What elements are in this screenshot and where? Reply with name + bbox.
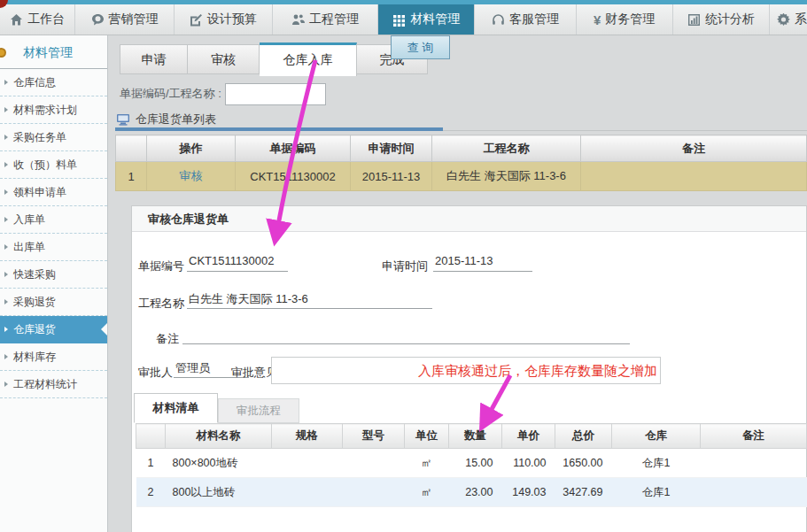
sidebar-item-material-stock[interactable]: 材料库存 (0, 343, 107, 371)
query-button[interactable]: 查 询 (391, 35, 450, 59)
materials-table: 材料名称 规格 型号 单位 数量 单价 总价 仓库 备注 1 800×800地砖 (136, 423, 807, 507)
nav-item-design-budget[interactable]: 设计预算 (175, 4, 273, 35)
nav-item-workbench[interactable]: 工作台 (0, 4, 75, 35)
col-remark: 备注 (701, 424, 807, 449)
panel-title: 审核仓库退货单 (132, 206, 806, 232)
list-divider-accent (115, 127, 443, 131)
nav-item-system[interactable]: 系 (770, 4, 807, 35)
monitor-icon (116, 113, 130, 126)
col-remark: 备注 (581, 135, 807, 162)
sidebar-item-warehouse-return[interactable]: 仓库退货 (0, 316, 107, 343)
material-spec (272, 449, 343, 478)
col-model: 型号 (343, 424, 405, 449)
module-icon (0, 48, 6, 58)
col-project-name: 工程名称 (432, 135, 581, 162)
material-row[interactable]: 1 800×800地砖 ㎡ 15.00 110.00 1650.00 仓库1 (136, 449, 807, 478)
material-price: 110.00 (502, 449, 555, 478)
sidebar-title: 材料管理 (0, 35, 107, 69)
material-qty: 23.00 (449, 478, 502, 507)
top-navigation: 工作台 营销管理 设计预算 工程管理 材料管理 客服管理 ¥ 财务管理 统计分析 (0, 4, 807, 35)
material-unit: ㎡ (405, 478, 449, 507)
sidebar-item-inbound-order[interactable]: 入库单 (0, 206, 107, 234)
material-row[interactable]: 2 800以上地砖 ㎡ 23.00 149.03 3427.69 仓库1 (136, 478, 807, 507)
subtab-approval-flow[interactable]: 审批流程 (218, 398, 299, 423)
row-index: 1 (136, 449, 166, 478)
sidebar-item-purchase-task[interactable]: 采购任务单 (0, 124, 107, 151)
sidebar-item-warehouse-info[interactable]: 仓库信息 (0, 69, 107, 96)
tab-review[interactable]: 审核 (188, 44, 260, 74)
sidebar-item-quick-purchase[interactable]: 快速采购 (0, 261, 107, 289)
main-content: 申请 审核 仓库入库 完成 单据编码/工程名称 : 查 询 仓库退货单列表 操作… (109, 35, 807, 532)
nav-label: 系 (795, 12, 807, 27)
nav-label: 工程管理 (309, 12, 359, 27)
orders-table: 操作 单据编码 申请时间 工程名称 备注 1 审核 CKT1511130002 … (115, 135, 807, 191)
nav-item-marketing[interactable]: 营销管理 (75, 4, 174, 35)
order-no-label: 单据编号 (138, 258, 184, 274)
col-unit: 单位 (405, 424, 449, 449)
material-warehouse: 仓库1 (612, 449, 701, 478)
tab-apply[interactable]: 申请 (120, 44, 188, 74)
col-total: 总价 (555, 424, 612, 449)
tab-warehouse-inbound[interactable]: 仓库入库 (260, 42, 357, 76)
sidebar-item-material-request[interactable]: 领料申请单 (0, 179, 107, 206)
order-no-value[interactable]: CKT1511130002 (187, 254, 288, 272)
approver-label: 审批人 (138, 365, 173, 381)
sidebar-item-project-material-stats[interactable]: 工程材料统计 (0, 371, 107, 398)
material-warehouse: 仓库1 (612, 478, 701, 507)
nav-label: 设计预算 (207, 12, 257, 27)
project-name: 白先生 海天国际 11-3-6 (432, 162, 581, 191)
nav-item-finance[interactable]: ¥ 财务管理 (577, 4, 673, 35)
material-total: 3427.69 (555, 478, 612, 507)
list-title: 仓库退货单列表 (136, 112, 216, 127)
apply-date: 2015-11-13 (351, 162, 432, 191)
sidebar-item-outbound-order[interactable]: 出库单 (0, 234, 107, 261)
sidebar: 材料管理 仓库信息 材料需求计划 采购任务单 收（预）料单 领料申请单 入库单 … (0, 35, 108, 532)
apply-date-value[interactable]: 2015-11-13 (433, 254, 532, 272)
col-index (136, 424, 166, 449)
material-unit: ㎡ (405, 449, 449, 478)
subtab-material-list[interactable]: 材料清单 (134, 393, 218, 423)
col-apply-date: 申请时间 (351, 135, 432, 162)
material-price: 149.03 (502, 478, 555, 507)
material-qty: 15.00 (449, 449, 502, 478)
edit-icon (190, 13, 203, 27)
row-index: 2 (136, 478, 166, 507)
review-link[interactable]: 审核 (147, 162, 236, 191)
remark-label: 备注 (156, 331, 179, 347)
sidebar-item-material-demand-plan[interactable]: 材料需求计划 (0, 96, 107, 124)
opinion-input[interactable]: 入库审核通过后，仓库库存数量随之增加 (271, 357, 661, 384)
material-name: 800×800地砖 (166, 449, 272, 478)
remark-value[interactable] (182, 327, 630, 344)
top-strip (0, 0, 807, 4)
material-remark (701, 449, 807, 478)
row-index: 1 (116, 162, 147, 191)
chat-icon (91, 13, 105, 27)
nav-item-materials[interactable]: 材料管理 (378, 4, 475, 35)
app-window: 工作台 营销管理 设计预算 工程管理 材料管理 客服管理 ¥ 财务管理 统计分析 (0, 0, 807, 532)
col-operation: 操作 (147, 135, 236, 162)
search-input[interactable] (225, 83, 326, 105)
sidebar-menu: 仓库信息 材料需求计划 采购任务单 收（预）料单 领料申请单 入库单 出库单 快… (0, 69, 107, 398)
material-remark (701, 478, 807, 507)
col-spec: 规格 (272, 424, 343, 449)
order-code: CKT1511130002 (236, 162, 351, 191)
nav-label: 统计分析 (705, 12, 755, 27)
review-detail-panel: 审核仓库退货单 单据编号 CKT1511130002 申请时间 2015-11-… (131, 205, 807, 532)
nav-item-customer-service[interactable]: 客服管理 (475, 4, 576, 35)
nav-label: 材料管理 (410, 12, 460, 27)
nav-item-engineering[interactable]: 工程管理 (273, 4, 378, 35)
nav-label: 客服管理 (509, 12, 559, 27)
project-value[interactable]: 白先生 海天国际 11-3-6 (187, 291, 432, 309)
nav-label: 财务管理 (605, 12, 655, 27)
grid-icon (392, 13, 406, 27)
sidebar-item-receive-material[interactable]: 收（预）料单 (0, 151, 107, 179)
table-row[interactable]: 1 审核 CKT1511130002 2015-11-13 白先生 海天国际 1… (116, 162, 807, 191)
nav-label: 工作台 (27, 12, 65, 27)
material-spec (272, 478, 343, 507)
project-label: 工程名称 (138, 296, 184, 312)
col-index (116, 135, 147, 162)
sidebar-item-purchase-return[interactable]: 采购退货 (0, 289, 107, 316)
material-model (343, 449, 405, 478)
headset-icon (492, 13, 505, 27)
nav-item-statistics[interactable]: 统计分析 (673, 4, 770, 35)
